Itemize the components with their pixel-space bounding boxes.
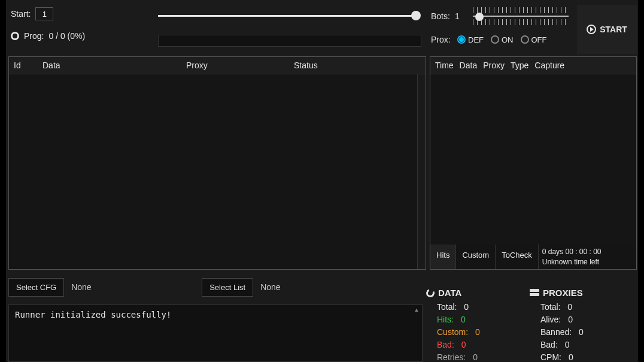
top-bar: Start: Prog: 0 / 0 (0%) Bots: 1: [6, 0, 638, 53]
proxies-header: PROXIES: [543, 288, 583, 298]
col-proxy[interactable]: Proxy: [186, 61, 294, 70]
prox-radio-on-label: ON: [502, 35, 514, 44]
start-button[interactable]: START: [577, 5, 637, 54]
selected-cfg-value: None: [64, 278, 202, 297]
col-capture[interactable]: Capture: [534, 61, 564, 70]
stat-ptotal-value: 0: [567, 302, 572, 312]
stat-hits-label: Hits:: [437, 315, 454, 324]
stat-bad-value: 0: [461, 340, 466, 349]
stat-alive-label: Alive:: [540, 315, 561, 324]
col-type[interactable]: Type: [511, 61, 528, 70]
scroll-up-icon[interactable]: ▲: [412, 306, 421, 315]
table-body[interactable]: [9, 74, 417, 269]
prox-label: Prox:: [431, 35, 455, 44]
stats-panel: DATA Total: 0 Hits: 0 Custom: 0 Bad: 0 R…: [424, 283, 631, 362]
col-data[interactable]: Data: [460, 61, 478, 70]
top-right-group: Bots: 1 Prox: DEF ON OFF: [431, 4, 573, 44]
start-input[interactable]: [35, 7, 53, 20]
timer-remaining: Unknown time left: [542, 257, 633, 267]
col-data[interactable]: Data: [42, 61, 186, 70]
stat-total-value: 0: [464, 302, 469, 312]
prox-radio-def-label: DEF: [468, 35, 484, 44]
stat-custom-label: Custom:: [437, 327, 468, 337]
col-id[interactable]: Id: [14, 61, 42, 70]
proxies-stats: PROXIES Total: 0 Alive: 0 Banned: 0 Bad:…: [530, 288, 628, 362]
app-window: Start: Prog: 0 / 0 (0%) Bots: 1: [6, 0, 638, 362]
elapsed-timer: 0 days 00 : 00 : 00 Unknown time left: [539, 245, 636, 269]
play-icon: [587, 25, 596, 34]
tab-tocheck[interactable]: ToCheck: [496, 245, 539, 269]
top-center-group: [158, 4, 427, 47]
data-stats: DATA Total: 0 Hits: 0 Custom: 0 Bad: 0 R…: [426, 288, 525, 362]
stat-retries-value: 0: [473, 352, 478, 362]
top-left-group: Start: Prog: 0 / 0 (0%): [11, 4, 154, 41]
vertical-scrollbar[interactable]: [417, 74, 426, 269]
start-button-label: START: [600, 25, 627, 34]
bots-slider[interactable]: [473, 7, 569, 25]
hits-table: Time Data Proxy Type Capture: [430, 56, 637, 270]
stat-bad-label: Bad:: [437, 340, 454, 349]
stat-total-label: Total:: [437, 302, 457, 312]
slider-thumb-icon[interactable]: [475, 13, 484, 21]
prox-radio-on[interactable]: [491, 35, 499, 44]
stat-cpm-value: 0: [569, 352, 573, 362]
tables-area: Id Data Proxy Status Time Data Proxy Typ…: [6, 53, 638, 270]
data-header: DATA: [438, 288, 461, 298]
prox-radio-def[interactable]: [457, 35, 466, 44]
stat-hits-value: 0: [461, 315, 466, 324]
prox-radio-off[interactable]: [521, 35, 529, 44]
table-header: Time Data Proxy Type Capture: [430, 57, 636, 74]
prog-label: Prog:: [24, 31, 44, 41]
server-icon: [530, 289, 539, 297]
col-status[interactable]: Status: [294, 61, 421, 70]
bots-value: 1: [455, 11, 464, 21]
prox-radio-off-label: OFF: [531, 35, 547, 44]
bots-label: Bots:: [431, 11, 450, 21]
stat-banned-value: 0: [579, 327, 584, 337]
stat-cpm-label: CPM:: [540, 352, 561, 362]
data-icon: [425, 288, 436, 298]
tab-hits[interactable]: Hits: [430, 245, 456, 269]
stat-alive-value: 0: [568, 315, 573, 324]
col-time[interactable]: Time: [435, 61, 454, 70]
selected-list-value: None: [253, 278, 421, 297]
stat-pbad-label: Bad:: [540, 340, 558, 349]
table-header: Id Data Proxy Status: [9, 57, 426, 74]
progress-bar: [158, 35, 421, 47]
stat-retries-label: Retries:: [437, 352, 466, 362]
select-cfg-button[interactable]: Select CFG: [8, 278, 64, 297]
stat-ptotal-label: Total:: [540, 302, 560, 312]
hits-tabs-row: Hits Custom ToCheck 0 days 00 : 00 : 00 …: [6, 245, 638, 270]
col-proxy[interactable]: Proxy: [483, 61, 505, 70]
prog-value: 0 / 0 (0%): [48, 31, 85, 41]
stat-pbad-value: 0: [565, 340, 570, 349]
timer-elapsed: 0 days 00 : 00 : 00: [542, 247, 633, 257]
stat-banned-label: Banned:: [540, 327, 572, 337]
progress-ring-icon: [11, 32, 19, 40]
main-results-table: Id Data Proxy Status: [8, 56, 426, 270]
position-slider[interactable]: [158, 11, 421, 20]
start-label: Start:: [11, 9, 31, 19]
select-list-button[interactable]: Select List: [202, 278, 253, 297]
stat-custom-value: 0: [475, 327, 480, 337]
tab-custom[interactable]: Custom: [456, 245, 496, 269]
slider-thumb-icon[interactable]: [411, 11, 421, 20]
log-line: Runner initialized succesfully!: [15, 310, 416, 319]
log-output[interactable]: Runner initialized succesfully! ▲: [8, 304, 423, 362]
table-body[interactable]: [430, 74, 636, 269]
